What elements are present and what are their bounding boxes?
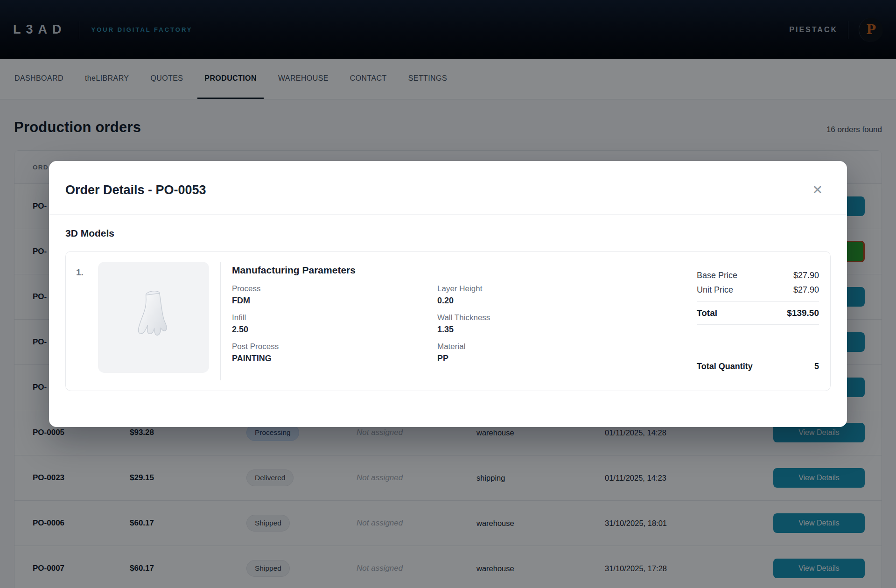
param-item: Material PP xyxy=(437,342,643,364)
pricing-summary: Base Price $27.90 Unit Price $27.90 Tota… xyxy=(697,262,820,380)
total-label: Total xyxy=(697,308,717,318)
param-value: 2.50 xyxy=(232,325,437,335)
param-item: Post Process PAINTING xyxy=(232,342,437,364)
total-quantity-value: 5 xyxy=(814,362,819,371)
item-index: 1. xyxy=(76,262,98,380)
param-label: Infill xyxy=(232,313,437,322)
model-item-card: 1. Manufacturing Parameters Pr xyxy=(65,251,831,391)
param-label: Post Process xyxy=(232,342,437,351)
manufacturing-params: Manufacturing Parameters Process FDM Inf… xyxy=(232,262,650,380)
order-details-modal: Order Details - PO-0053 ✕ 3D Models 1. xyxy=(49,161,847,427)
param-value: PP xyxy=(437,354,643,364)
params-grid: Process FDM Infill 2.50 Post Process PAI… xyxy=(232,284,650,364)
param-label: Process xyxy=(232,284,437,294)
param-value: FDM xyxy=(232,296,437,306)
param-item: Process FDM xyxy=(232,284,437,306)
models-section-title: 3D Models xyxy=(65,228,831,239)
modal-title: Order Details - PO-0053 xyxy=(65,183,206,197)
modal-body: 3D Models 1. Manufacturing Para xyxy=(49,215,847,391)
base-price-value: $27.90 xyxy=(793,271,819,280)
param-value: PAINTING xyxy=(232,354,437,364)
param-label: Wall Thickness xyxy=(437,313,643,322)
param-value: 1.35 xyxy=(437,325,643,335)
total-quantity-row: Total Quantity 5 xyxy=(697,359,819,374)
param-item: Layer Height 0.20 xyxy=(437,284,643,306)
base-price-label: Base Price xyxy=(697,271,737,280)
unit-price-row: Unit Price $27.90 xyxy=(697,283,819,297)
unit-price-value: $27.90 xyxy=(793,285,819,295)
param-label: Layer Height xyxy=(437,284,643,294)
card-divider-1 xyxy=(220,262,221,380)
base-price-row: Base Price $27.90 xyxy=(697,268,819,283)
hand-model-icon xyxy=(125,283,182,351)
total-value: $139.50 xyxy=(787,308,819,318)
param-item: Wall Thickness 1.35 xyxy=(437,313,643,335)
param-label: Material xyxy=(437,342,643,351)
param-item: Infill 2.50 xyxy=(232,313,437,335)
param-value: 0.20 xyxy=(437,296,643,306)
card-divider-2 xyxy=(661,262,661,380)
total-quantity-label: Total Quantity xyxy=(697,362,753,371)
params-title: Manufacturing Parameters xyxy=(232,265,650,276)
total-row: Total $139.50 xyxy=(697,301,819,325)
modal-header: Order Details - PO-0053 ✕ xyxy=(49,161,847,215)
model-thumbnail xyxy=(98,262,209,373)
close-icon[interactable]: ✕ xyxy=(812,184,823,196)
unit-price-label: Unit Price xyxy=(697,285,733,295)
